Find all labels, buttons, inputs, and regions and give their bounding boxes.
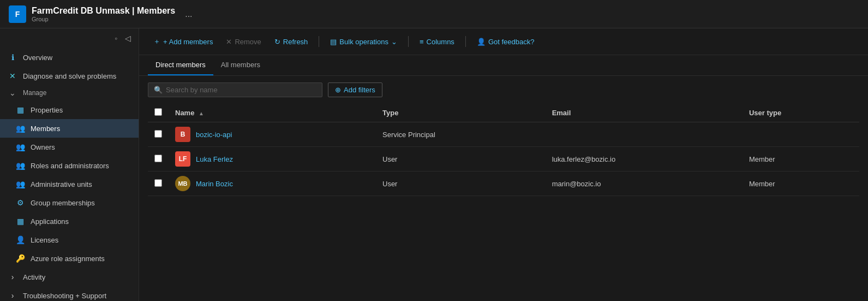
search-filter-row: 🔍 ⊕ Add filters <box>139 76 868 104</box>
chevron-down-icon: ⌄ <box>8 88 17 97</box>
search-input[interactable] <box>166 86 316 94</box>
row-select-checkbox[interactable] <box>154 179 162 187</box>
members-table: Name ▲ Type Email User type <box>148 104 859 196</box>
tab-all-members[interactable]: All members <box>213 55 268 75</box>
members-icon: 👥 <box>15 124 25 133</box>
name-cell: B bozic-io-api <box>169 122 376 147</box>
header-ellipsis-button[interactable]: ... <box>185 9 192 19</box>
refresh-button[interactable]: ↻ Refresh <box>269 35 314 49</box>
bulk-ops-chevron-icon: ⌄ <box>391 38 397 46</box>
sidebar-item-label: Properties <box>31 106 63 114</box>
avatar: B <box>175 127 190 142</box>
sidebar-item-group-memberships[interactable]: ⚙ Group memberships <box>0 193 139 212</box>
toolbar-divider-3 <box>465 36 466 47</box>
members-table-container: Name ▲ Type Email User type <box>139 104 868 301</box>
remove-label: Remove <box>235 38 261 46</box>
main-layout: ◦ ◁ ℹ Overview ✕ Diagnose and solve prob… <box>0 28 868 301</box>
group-memberships-icon: ⚙ <box>15 198 25 207</box>
row-checkbox-cell <box>148 147 169 172</box>
sidebar-item-members[interactable]: 👥 Members <box>0 119 139 138</box>
table-row: LF Luka Ferlez User luka.ferlez@bozic.io… <box>148 147 859 172</box>
roles-icon: 👥 <box>15 161 25 170</box>
sidebar-item-licenses[interactable]: 👤 Licenses <box>0 231 139 249</box>
sidebar-toggle-btn[interactable]: ◁ <box>123 33 133 44</box>
column-header-type: Type <box>376 104 546 122</box>
bulk-ops-icon: ▤ <box>330 38 337 46</box>
member-name-link[interactable]: bozic-io-api <box>196 131 232 139</box>
add-filters-button[interactable]: ⊕ Add filters <box>328 82 382 97</box>
applications-icon: ▦ <box>15 217 25 226</box>
toolbar-divider-1 <box>319 36 319 47</box>
sidebar-item-label: Troubleshooting + Support <box>23 292 106 300</box>
refresh-icon: ↻ <box>274 38 280 46</box>
bulk-operations-button[interactable]: ▤ Bulk operations ⌄ <box>325 35 403 49</box>
feedback-icon: 👤 <box>477 38 486 46</box>
page-title: FarmCredit DB Unmask | Members <box>32 6 175 16</box>
app-logo: F <box>9 5 26 23</box>
sidebar-section-label: Manage <box>23 89 46 97</box>
admin-units-icon: 👥 <box>15 180 25 188</box>
toolbar-divider-2 <box>408 36 409 47</box>
got-feedback-button[interactable]: 👤 Got feedback? <box>471 35 540 49</box>
table-row: B bozic-io-api Service Principal <box>148 122 859 147</box>
sidebar-item-label: Activity <box>23 273 45 281</box>
sidebar-item-activity[interactable]: › Activity <box>0 268 139 286</box>
sidebar-item-label: Owners <box>31 143 55 151</box>
sidebar-collapse-btn[interactable]: ◦ <box>112 33 119 44</box>
type-cell: Service Principal <box>376 122 546 147</box>
remove-icon: ✕ <box>226 38 232 46</box>
member-name-link[interactable]: Luka Ferlez <box>196 155 233 163</box>
azure-roles-icon: 🔑 <box>15 254 25 263</box>
bulk-operations-label: Bulk operations <box>339 38 388 46</box>
sidebar-item-label: Applications <box>31 217 69 226</box>
remove-button[interactable]: ✕ Remove <box>220 35 266 49</box>
columns-icon: ≡ <box>420 38 424 46</box>
sidebar-item-azure-roles[interactable]: 🔑 Azure role assignments <box>0 249 139 268</box>
member-name-link[interactable]: Marin Bozic <box>196 180 233 188</box>
app-header: F FarmCredit DB Unmask | Members Group .… <box>0 0 868 28</box>
search-icon: 🔍 <box>154 86 163 94</box>
toolbar: ＋ + Add members ✕ Remove ↻ Refresh ▤ Bul… <box>139 28 868 55</box>
sidebar-item-troubleshooting[interactable]: › Troubleshooting + Support <box>0 286 139 301</box>
columns-label: Columns <box>427 38 454 46</box>
refresh-label: Refresh <box>283 38 308 46</box>
sidebar-item-owners[interactable]: 👥 Owners <box>0 138 139 156</box>
page-subtitle: Group <box>32 16 175 22</box>
name-cell: MB Marin Bozic <box>169 172 376 196</box>
sidebar-item-diagnose[interactable]: ✕ Diagnose and solve problems <box>0 67 139 85</box>
user-type-cell: Member <box>743 172 859 196</box>
email-cell: marin@bozic.io <box>546 172 743 196</box>
info-icon: ℹ <box>8 53 17 62</box>
user-type-cell: Member <box>743 147 859 172</box>
avatar: MB <box>175 176 190 191</box>
add-members-button[interactable]: ＋ + Add members <box>148 34 218 49</box>
name-cell: LF Luka Ferlez <box>169 147 376 172</box>
sidebar-item-label: Group memberships <box>31 199 95 207</box>
sidebar-controls: ◦ ◁ <box>0 28 139 48</box>
email-cell <box>546 122 743 147</box>
column-header-email: Email <box>546 104 743 122</box>
sort-icon: ▲ <box>199 110 204 116</box>
sidebar-item-label: Roles and administrators <box>31 162 109 170</box>
row-select-checkbox[interactable] <box>154 155 162 162</box>
select-all-checkbox[interactable] <box>154 108 162 116</box>
sidebar: ◦ ◁ ℹ Overview ✕ Diagnose and solve prob… <box>0 28 139 301</box>
avatar: LF <box>175 151 190 167</box>
sidebar-item-overview[interactable]: ℹ Overview <box>0 48 139 67</box>
columns-button[interactable]: ≡ Columns <box>414 35 460 49</box>
table-row: MB Marin Bozic User marin@bozic.io Membe… <box>148 172 859 196</box>
search-box: 🔍 <box>148 82 322 97</box>
tab-direct-members[interactable]: Direct members <box>148 55 213 75</box>
sidebar-item-label: Licenses <box>31 236 58 244</box>
sidebar-item-applications[interactable]: ▦ Applications <box>0 212 139 231</box>
sidebar-item-label: Diagnose and solve problems <box>23 72 116 80</box>
row-select-checkbox[interactable] <box>154 130 162 138</box>
type-cell: User <box>376 147 546 172</box>
sidebar-item-admin-units[interactable]: 👥 Administrative units <box>0 175 139 193</box>
properties-icon: ▦ <box>15 105 25 114</box>
add-icon: ＋ <box>153 37 160 46</box>
sidebar-item-properties[interactable]: ▦ Properties <box>0 101 139 119</box>
owners-icon: 👥 <box>15 143 25 151</box>
sidebar-section-manage: ⌄ Manage <box>0 85 139 101</box>
sidebar-item-roles[interactable]: 👥 Roles and administrators <box>0 156 139 175</box>
